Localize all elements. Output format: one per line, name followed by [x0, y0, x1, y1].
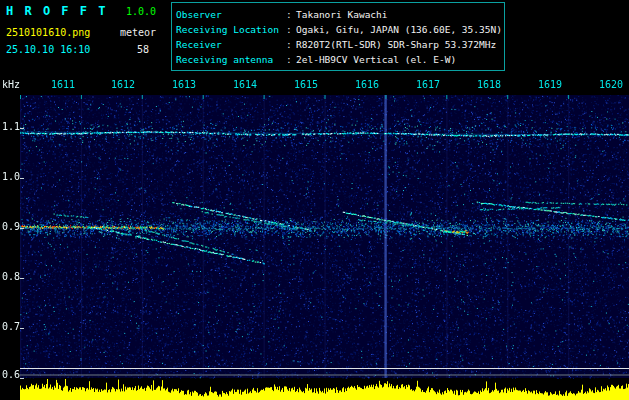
x-tick-label: 1614: [230, 79, 260, 90]
info-value: Ogaki, Gifu, JAPAN (136.60E, 35.35N): [296, 22, 502, 37]
x-tick-label: 1616: [352, 79, 382, 90]
y-axis-unit-label: kHz: [2, 79, 20, 90]
y-tick-label: 1.1: [2, 121, 20, 132]
y-tick-label: 1.0: [2, 171, 20, 182]
info-label: Receiving antenna: [176, 52, 286, 67]
hrofft-screen: H R O F F T 1.0.0 2510101610.png meteor …: [0, 0, 629, 400]
echo-count: 58: [137, 44, 149, 55]
x-tick-label: 1611: [48, 79, 78, 90]
info-label: Receiving Location: [176, 22, 286, 37]
x-tick-label: 1620: [596, 79, 626, 90]
x-tick-label: 1613: [169, 79, 199, 90]
timestamp: 25.10.10 16:10: [6, 44, 90, 55]
info-colon: :: [286, 37, 296, 52]
y-tick-label: 0.6: [2, 369, 20, 380]
info-value: R820T2(RTL-SDR) SDR-Sharp 53.372MHz: [296, 37, 496, 52]
x-tick-label: 1612: [108, 79, 138, 90]
info-colon: :: [286, 22, 296, 37]
x-tick-label: 1619: [535, 79, 565, 90]
observer-info-box: Observer : Takanori Kawachi Receiving Lo…: [171, 2, 505, 71]
info-label: Receiver: [176, 37, 286, 52]
info-colon: :: [286, 52, 296, 67]
info-row-observer: Observer : Takanori Kawachi: [176, 7, 500, 22]
info-label: Observer: [176, 7, 286, 22]
app-version: 1.0.0: [126, 6, 156, 17]
info-row-location: Receiving Location : Ogaki, Gifu, JAPAN …: [176, 22, 500, 37]
info-value: 2el-HB9CV Vertical (el. E-W): [296, 52, 456, 67]
spectrogram-canvas: [0, 75, 629, 400]
y-tick-label: 0.8: [2, 271, 20, 282]
y-tick-label: 0.9: [2, 221, 20, 232]
y-tick-label: 0.7: [2, 321, 20, 332]
output-filename: 2510101610.png: [6, 27, 90, 38]
x-tick-label: 1618: [474, 79, 504, 90]
info-value: Takanori Kawachi: [296, 7, 388, 22]
x-tick-label: 1615: [291, 79, 321, 90]
mode-label: meteor: [120, 27, 156, 38]
info-row-antenna: Receiving antenna : 2el-HB9CV Vertical (…: [176, 52, 500, 67]
app-title: H R O F F T: [6, 4, 107, 18]
info-row-receiver: Receiver : R820T2(RTL-SDR) SDR-Sharp 53.…: [176, 37, 500, 52]
x-tick-label: 1617: [413, 79, 443, 90]
info-colon: :: [286, 7, 296, 22]
